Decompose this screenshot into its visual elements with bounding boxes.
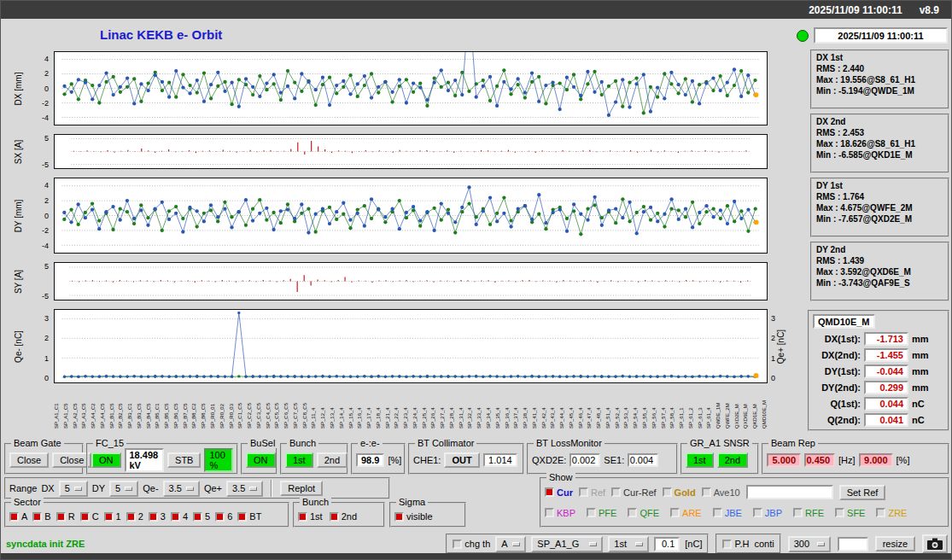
gr-snsr-frame: GR_A1 SNSR 1st 2nd bbox=[680, 443, 759, 475]
sy-axis-ticks: 5-5 bbox=[28, 262, 51, 300]
ee-ratio-frame: e-:e- 98.9 [%] bbox=[351, 443, 406, 475]
bunch-view-2nd-checkbox[interactable]: 2nd bbox=[330, 511, 357, 522]
show-qfe-checkbox[interactable]: QFE bbox=[628, 508, 659, 518]
sector-c-checkbox[interactable]: C bbox=[80, 511, 99, 522]
replot-button[interactable]: Replot bbox=[280, 481, 323, 496]
range-dx-select[interactable]: 5 bbox=[59, 481, 88, 497]
checkbox-indicator-icon bbox=[545, 508, 554, 517]
show-jbe-checkbox[interactable]: JBE bbox=[713, 508, 742, 518]
dropdown-indicator-icon bbox=[249, 487, 257, 491]
dy-plot-canvas bbox=[54, 178, 768, 254]
beam-rep-hz-unit: [Hz] bbox=[838, 455, 856, 465]
bpm-name-axis: SP_A1_C1SP_A1_C5SP_A2_C5SP_A3_C5SP_A4_C2… bbox=[54, 386, 768, 429]
ref-file-input[interactable] bbox=[746, 485, 833, 499]
fc15-stb-button[interactable]: STB bbox=[167, 452, 201, 468]
threshold-value[interactable]: 0.1 bbox=[654, 537, 680, 551]
checkbox-indicator-icon bbox=[835, 508, 844, 517]
sector-a-checkbox[interactable]: A bbox=[9, 511, 27, 522]
show-kbp-checkbox[interactable]: KBP bbox=[545, 508, 575, 518]
chg-th-checkbox[interactable]: chg th bbox=[453, 539, 490, 549]
bpm-row: Q(2nd): 0.041 nC bbox=[813, 411, 944, 428]
show-ave10-checkbox[interactable]: Ave10 bbox=[702, 487, 740, 498]
gr-snsr-1st-button[interactable]: 1st bbox=[686, 452, 714, 468]
bunch-2nd-button[interactable]: 2nd bbox=[317, 452, 348, 468]
checkbox-indicator-icon bbox=[9, 512, 19, 522]
checkbox-indicator-icon bbox=[330, 512, 339, 522]
bpm-select[interactable]: SP_A1_G bbox=[531, 536, 603, 552]
qxd2e-label: QXD2E: bbox=[532, 455, 566, 465]
show-are-checkbox[interactable]: ARE bbox=[670, 508, 702, 518]
range-dy-select[interactable]: 5 bbox=[109, 481, 138, 497]
sector-frame: Sector A B R C 1 2 3 4 5 6 BT bbox=[4, 502, 289, 528]
frame-label: Sector bbox=[11, 497, 44, 507]
sector-6-checkbox[interactable]: 6 bbox=[215, 511, 232, 522]
beam-gate-frame: Beam Gate Close Close bbox=[4, 443, 84, 475]
checkbox-indicator-icon bbox=[171, 512, 180, 522]
che1-out-button[interactable]: OUT bbox=[444, 452, 479, 468]
sx-plot: SX [A] 5-5 bbox=[1, 134, 788, 169]
sector-5-checkbox[interactable]: 5 bbox=[193, 511, 210, 522]
range-qeplus-select[interactable]: 3.5 bbox=[226, 481, 263, 497]
sector-b-checkbox[interactable]: B bbox=[32, 511, 50, 522]
show-cur-checkbox[interactable]: Cur bbox=[545, 487, 573, 498]
sector-r-checkbox[interactable]: R bbox=[56, 511, 75, 522]
che1-label: CHE1: bbox=[413, 455, 441, 465]
show-frame: Show Cur Ref Cur-Ref Gold Ave10 Set Ref … bbox=[540, 477, 949, 528]
sector-1-checkbox[interactable]: 1 bbox=[104, 511, 121, 522]
gr-snsr-2nd-button[interactable]: 2nd bbox=[717, 452, 748, 468]
checkbox-indicator-icon bbox=[56, 512, 66, 522]
checkbox-indicator-icon bbox=[149, 512, 158, 522]
checkbox-indicator-icon bbox=[793, 508, 803, 517]
dropdown-indicator-icon bbox=[512, 542, 520, 546]
range-qeminus-select[interactable]: 3.5 bbox=[163, 481, 200, 497]
bunch-select[interactable]: 1st bbox=[608, 536, 649, 552]
frame-label: e-:e- bbox=[358, 438, 383, 448]
beam-gate-close-1-button[interactable]: Close bbox=[9, 452, 49, 468]
interval-select[interactable]: 300 bbox=[788, 536, 831, 552]
resize-button[interactable]: resize bbox=[875, 536, 915, 551]
dx-axis-ticks: 420-2-4 bbox=[28, 51, 51, 125]
sector-bt-checkbox[interactable]: BT bbox=[237, 511, 261, 522]
qe-minus-axis-label: Qe- [nC] bbox=[14, 330, 23, 363]
sector-3-checkbox[interactable]: 3 bbox=[149, 511, 166, 522]
screenshot-button[interactable] bbox=[922, 534, 948, 553]
busel-on-button[interactable]: ON bbox=[246, 452, 276, 468]
sigma-visible-checkbox[interactable]: visible bbox=[394, 511, 433, 522]
checkbox-indicator-icon bbox=[394, 512, 404, 522]
dx-plot-canvas bbox=[54, 51, 768, 125]
bunch-view-1st-checkbox[interactable]: 1st bbox=[298, 511, 323, 522]
show-jbp-checkbox[interactable]: JBP bbox=[753, 508, 782, 518]
fc15-frame: FC_15 ON 18.498 kV STB 100 % bbox=[86, 443, 238, 475]
se1-value: 0.004 bbox=[628, 453, 658, 467]
qe-minus-axis-ticks: 3210 bbox=[28, 309, 51, 383]
frame-label: BT LossMonitor bbox=[534, 438, 604, 448]
set-ref-button[interactable]: Set Ref bbox=[839, 485, 886, 500]
beam-rep-value-1: 5.000 bbox=[767, 453, 801, 467]
fc15-on-button[interactable]: ON bbox=[91, 452, 121, 468]
checkbox-indicator-icon bbox=[722, 540, 732, 549]
sector-4-checkbox[interactable]: 4 bbox=[171, 511, 188, 522]
bunch-1st-button[interactable]: 1st bbox=[285, 452, 313, 468]
show-cur-ref-checkbox[interactable]: Cur-Ref bbox=[611, 487, 657, 498]
show-pfe-checkbox[interactable]: PFE bbox=[587, 508, 616, 518]
show-rfe-checkbox[interactable]: RFE bbox=[793, 508, 824, 518]
range-dy-label: DY bbox=[92, 483, 105, 493]
frame-label: FC_15 bbox=[93, 438, 126, 448]
ee-ratio-value: 98.9 bbox=[356, 453, 384, 467]
dy-plot: DY [mm] 420-2-4 bbox=[1, 178, 788, 254]
charge-plot-canvas bbox=[54, 309, 768, 383]
status-entry[interactable] bbox=[838, 537, 868, 551]
checkbox-indicator-icon bbox=[80, 512, 90, 522]
frame-label: Beam Gate bbox=[11, 438, 64, 448]
ph-checkbox[interactable]: P.H bbox=[722, 539, 749, 549]
show-sfe-checkbox[interactable]: SFE bbox=[835, 508, 865, 518]
checkbox-indicator-icon bbox=[713, 508, 722, 517]
checkbox-indicator-icon bbox=[126, 512, 136, 522]
se1-label: SE1: bbox=[604, 455, 624, 465]
show-zre-checkbox[interactable]: ZRE bbox=[876, 508, 907, 518]
show-gold-checkbox[interactable]: Gold bbox=[663, 487, 696, 498]
range-frame: Range DX 5 DY 5 Qe- 3.5 Qe+ 3.5 Replot bbox=[4, 477, 390, 499]
sector-select[interactable]: A bbox=[495, 536, 526, 552]
show-ref-checkbox[interactable]: Ref bbox=[579, 487, 605, 498]
sector-2-checkbox[interactable]: 2 bbox=[126, 511, 143, 522]
